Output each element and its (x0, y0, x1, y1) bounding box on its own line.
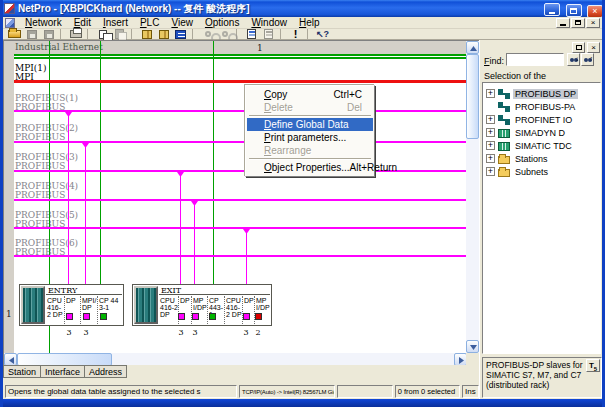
insert-subnet-button[interactable] (155, 29, 172, 40)
subnet-line-industrial-ethernet[interactable] (14, 57, 467, 59)
disconnect-button[interactable] (216, 29, 233, 40)
ethernet-drop-line[interactable] (213, 41, 214, 284)
toolbar: ! ↖? (3, 29, 602, 40)
scroll-left-button[interactable] (4, 353, 17, 365)
dp-port[interactable] (66, 313, 73, 320)
minimize-button[interactable] (544, 3, 560, 16)
menu-view[interactable]: View (165, 17, 199, 29)
find-previous-button[interactable]: ↑ (581, 53, 594, 66)
copy-button[interactable] (94, 29, 111, 40)
context-menu-item-print-parameters[interactable]: Print parameters... (247, 131, 373, 144)
subnet-label-industrial-ethernet: Industrial Ethernet (15, 43, 103, 52)
ethernet-drop-line[interactable] (100, 41, 101, 284)
context-menu-item-copy[interactable]: Copy Ctrl+C (247, 88, 373, 101)
menu-help[interactable]: Help (293, 17, 326, 29)
tree-item-profibus-dp[interactable]: + PROFIBUS DP (483, 87, 600, 100)
profibus4-drop-line[interactable] (194, 200, 195, 284)
mpi-port-2[interactable] (255, 313, 262, 320)
subnet-line-profibus4[interactable] (14, 199, 467, 201)
consistency-check-button[interactable]: ! (287, 29, 304, 40)
subnet-line-profibus6[interactable] (14, 255, 467, 257)
pane-close-button[interactable]: × (587, 42, 600, 53)
module-cpu-2[interactable]: CPU 416-2 DP (224, 296, 242, 324)
ethernet-port[interactable] (100, 313, 107, 320)
subnet-line-profibus2[interactable] (14, 141, 467, 143)
tree-item-simadyn-d[interactable]: + SIMADYN D (483, 126, 600, 139)
context-menu-item-delete[interactable]: Delete Del (247, 101, 373, 114)
mdi-minimize-button[interactable] (556, 18, 570, 28)
ethernet-port[interactable] (209, 313, 216, 320)
expand-icon[interactable]: + (486, 128, 495, 137)
horizontal-scrollbar[interactable] (4, 353, 467, 365)
mdi-close-button[interactable]: × (586, 18, 600, 28)
menu-network[interactable]: Network (19, 17, 68, 29)
open-button[interactable] (6, 29, 23, 40)
toolbar-separator (131, 29, 136, 39)
close-button[interactable]: × (587, 5, 603, 18)
ethernet-drop-line[interactable] (49, 41, 50, 284)
insert-station-button[interactable] (138, 29, 155, 40)
dp-port-2[interactable] (243, 313, 250, 320)
subnet-line-profibus5[interactable] (14, 227, 467, 229)
address-table-button[interactable] (260, 29, 277, 40)
module-cpu[interactable]: CPU 416-2 DP (159, 296, 178, 324)
dp-port[interactable] (178, 313, 185, 320)
save-all-button[interactable] (40, 29, 57, 40)
global-data-table-button[interactable] (243, 29, 260, 40)
tree-item-stations[interactable]: + Stations (483, 152, 600, 165)
network-canvas[interactable]: 1 1 Industrial Ethernet MPI(1) MPI PROFI… (3, 40, 479, 365)
station-entry[interactable]: ENTRY CPU 416-2 DP DP MPI/DP CP 443-1 (19, 284, 124, 326)
subnet-line-mpi[interactable] (14, 80, 467, 83)
menu-window[interactable]: Window (245, 17, 293, 29)
station-exit[interactable]: EXIT CPU 416-2 DP DP MPI/DP CP 443-1 CPU… (132, 284, 272, 326)
mpi-dp-port[interactable] (192, 313, 199, 320)
menu-plc[interactable]: PLC (134, 17, 165, 29)
horizontal-scroll-thumb[interactable] (17, 353, 112, 365)
pane-float-button[interactable] (572, 42, 585, 53)
ethernet-drop-line[interactable] (49, 326, 50, 353)
maximize-button[interactable] (566, 4, 582, 17)
tree-item-profibus-pa[interactable]: + PROFIBUS-PA (483, 100, 600, 113)
scroll-down-button[interactable] (466, 340, 479, 353)
find-input[interactable] (506, 53, 564, 66)
paste-button[interactable] (111, 29, 128, 40)
mdi-child-icon[interactable] (5, 18, 15, 28)
subnet-line-profibus1[interactable] (14, 110, 467, 112)
profibus2-drop-line[interactable] (85, 142, 86, 284)
subnet-line-industrial-ethernet[interactable] (14, 54, 467, 56)
profibus1-drop-line[interactable] (68, 111, 69, 284)
context-help-button[interactable]: ↖? (314, 29, 331, 40)
menu-insert[interactable]: Insert (97, 17, 134, 29)
tree-item-label: PROFIBUS DP (513, 89, 578, 99)
save-button[interactable] (23, 29, 40, 40)
tab-station[interactable]: Station (3, 365, 41, 378)
print-button[interactable] (67, 29, 84, 40)
network-view-button[interactable] (172, 29, 189, 40)
scroll-up-button[interactable] (466, 41, 479, 54)
bus-address: 3 (65, 329, 73, 337)
context-menu-item-object-properties[interactable]: Object Properties... Alt+Return (247, 161, 373, 174)
expand-icon[interactable]: + (486, 115, 495, 124)
menu-options[interactable]: Options (199, 17, 245, 29)
vertical-scroll-thumb[interactable] (466, 54, 479, 139)
expand-icon[interactable]: + (486, 89, 495, 98)
connect-button[interactable] (199, 29, 216, 40)
expand-icon[interactable]: + (486, 154, 495, 163)
profile-button[interactable]: T5 (586, 359, 600, 372)
binoculars-icon (584, 58, 588, 62)
tab-interface[interactable]: Interface (41, 365, 85, 378)
vertical-scrollbar[interactable] (466, 41, 479, 353)
tree-item-subnets[interactable]: + Subnets (483, 165, 600, 178)
mdi-restore-button[interactable] (571, 18, 585, 28)
context-menu-item-rearrange[interactable]: Rearrange (247, 144, 373, 157)
find-next-button[interactable]: ↓ (567, 53, 580, 66)
menu-edit[interactable]: Edit (68, 17, 97, 29)
expand-icon[interactable]: + (486, 167, 495, 176)
context-menu-item-define-global-data[interactable]: Define Global Data (247, 118, 373, 131)
mpi-dp-port[interactable] (83, 313, 90, 320)
module-cpu[interactable]: CPU 416-2 DP (46, 296, 64, 324)
tab-address[interactable]: Address (85, 365, 127, 378)
tree-item-simatic-tdc[interactable]: + SIMATIC TDC (483, 139, 600, 152)
tree-item-profinet-io[interactable]: + PROFINET IO (483, 113, 600, 126)
expand-icon[interactable]: + (486, 141, 495, 150)
